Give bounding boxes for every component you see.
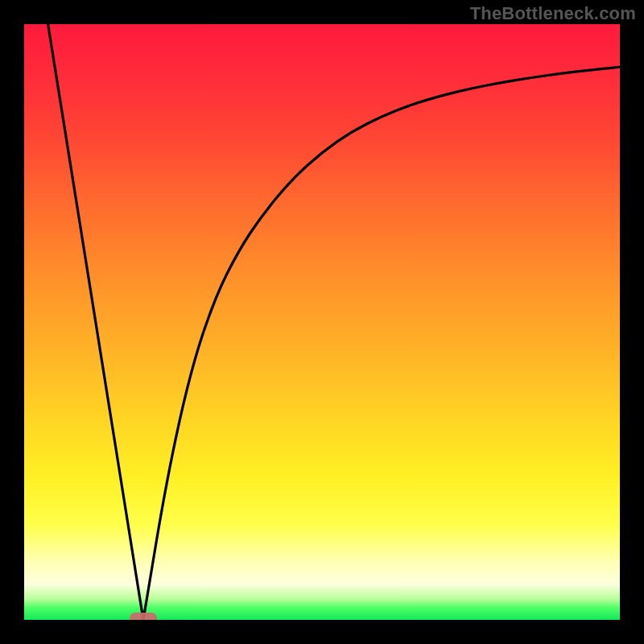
curve-minimum-marker [130,613,157,620]
plot-area [24,24,620,620]
bottleneck-curve [48,24,620,620]
chart-frame: TheBottleneck.com [0,0,644,644]
watermark-text: TheBottleneck.com [470,3,636,24]
curve-svg [24,24,620,620]
